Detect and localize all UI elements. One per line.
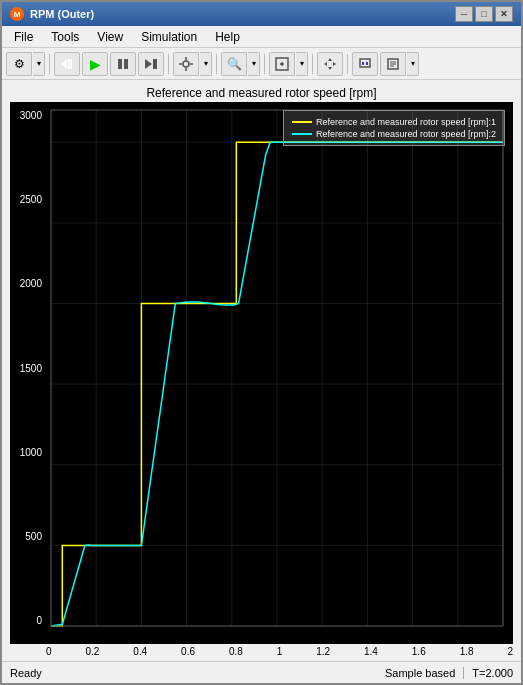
main-window: M RPM (Outer) ─ □ ✕ File Tools View Simu… bbox=[0, 0, 523, 685]
zoom-box-group: ▾ bbox=[269, 52, 308, 76]
chart-area: Reference and measured rotor speed [rpm]… bbox=[2, 80, 521, 661]
y-label-3000: 3000 bbox=[10, 110, 42, 121]
svg-rect-18 bbox=[360, 59, 370, 67]
x-label-0.8: 0.8 bbox=[229, 646, 243, 657]
menu-view[interactable]: View bbox=[89, 28, 131, 46]
ready-label: Ready bbox=[10, 667, 42, 679]
sep4 bbox=[264, 54, 265, 74]
svg-point-6 bbox=[183, 61, 189, 67]
menu-simulation[interactable]: Simulation bbox=[133, 28, 205, 46]
legend-label-1: Reference and measured rotor speed [rpm]… bbox=[316, 117, 496, 127]
chart-plot[interactable]: Reference and measured rotor speed [rpm]… bbox=[46, 102, 513, 644]
svg-marker-14 bbox=[328, 58, 332, 61]
export-button[interactable] bbox=[352, 52, 378, 76]
zoom-dropdown[interactable]: ▾ bbox=[248, 52, 260, 76]
y-label-0: 0 bbox=[10, 615, 42, 626]
settings-dropdown[interactable]: ▾ bbox=[33, 52, 45, 76]
x-label-1.4: 1.4 bbox=[364, 646, 378, 657]
chart-container[interactable]: 0 500 1000 1500 2000 2500 3000 Reference… bbox=[10, 102, 513, 644]
y-axis: 0 500 1000 1500 2000 2500 3000 bbox=[10, 102, 46, 644]
x-label-1.2: 1.2 bbox=[316, 646, 330, 657]
y-label-500: 500 bbox=[10, 531, 42, 542]
close-button[interactable]: ✕ bbox=[495, 6, 513, 22]
svg-rect-2 bbox=[118, 59, 122, 69]
svg-marker-15 bbox=[328, 67, 332, 70]
status-right: Sample based T=2.000 bbox=[385, 667, 513, 679]
x-axis: 0 0.2 0.4 0.6 0.8 1 1.2 1.4 1.6 1.8 2 bbox=[10, 644, 513, 657]
settings-button[interactable]: ⚙ bbox=[6, 52, 32, 76]
svg-rect-1 bbox=[68, 59, 72, 69]
menu-tools[interactable]: Tools bbox=[43, 28, 87, 46]
zoom-box-dropdown[interactable]: ▾ bbox=[296, 52, 308, 76]
props-button[interactable] bbox=[380, 52, 406, 76]
x-label-0.2: 0.2 bbox=[85, 646, 99, 657]
sep3 bbox=[216, 54, 217, 74]
zoom-group: 🔍 ▾ bbox=[221, 52, 260, 76]
x-label-0.6: 0.6 bbox=[181, 646, 195, 657]
legend-item-2: Reference and measured rotor speed [rpm]… bbox=[292, 129, 496, 139]
menu-help[interactable]: Help bbox=[207, 28, 248, 46]
legend-item-1: Reference and measured rotor speed [rpm]… bbox=[292, 117, 496, 127]
y-label-2000: 2000 bbox=[10, 278, 42, 289]
props-group: ▾ bbox=[380, 52, 419, 76]
play-button[interactable]: ▶ bbox=[82, 52, 108, 76]
props-dropdown[interactable]: ▾ bbox=[407, 52, 419, 76]
pause-button[interactable] bbox=[110, 52, 136, 76]
title-bar-left: M RPM (Outer) bbox=[10, 7, 94, 21]
legend: Reference and measured rotor speed [rpm]… bbox=[283, 110, 505, 146]
x-label-2: 2 bbox=[507, 646, 513, 657]
x-label-1: 1 bbox=[277, 646, 283, 657]
legend-label-2: Reference and measured rotor speed [rpm]… bbox=[316, 129, 496, 139]
maximize-button[interactable]: □ bbox=[475, 6, 493, 22]
title-controls: ─ □ ✕ bbox=[455, 6, 513, 22]
sim-settings-button[interactable] bbox=[173, 52, 199, 76]
svg-marker-4 bbox=[145, 59, 152, 69]
sample-based-label: Sample based bbox=[385, 667, 455, 679]
zoom-button[interactable]: 🔍 bbox=[221, 52, 247, 76]
svg-rect-5 bbox=[153, 59, 157, 69]
plot-canvas bbox=[46, 102, 513, 644]
sim-settings-dropdown[interactable]: ▾ bbox=[200, 52, 212, 76]
svg-rect-3 bbox=[124, 59, 128, 69]
chart-title: Reference and measured rotor speed [rpm] bbox=[10, 84, 513, 102]
sep2 bbox=[168, 54, 169, 74]
sep5 bbox=[312, 54, 313, 74]
sep1 bbox=[49, 54, 50, 74]
svg-marker-0 bbox=[61, 59, 67, 69]
x-label-0.4: 0.4 bbox=[133, 646, 147, 657]
settings-group: ⚙ ▾ bbox=[6, 52, 45, 76]
sim-settings-group: ▾ bbox=[173, 52, 212, 76]
svg-marker-16 bbox=[324, 62, 327, 66]
x-label-1.6: 1.6 bbox=[412, 646, 426, 657]
rewind-button[interactable] bbox=[54, 52, 80, 76]
y-label-1500: 1500 bbox=[10, 363, 42, 374]
window-title: RPM (Outer) bbox=[30, 8, 94, 20]
x-label-1.8: 1.8 bbox=[460, 646, 474, 657]
y-label-2500: 2500 bbox=[10, 194, 42, 205]
step-button[interactable] bbox=[138, 52, 164, 76]
x-label-0: 0 bbox=[46, 646, 52, 657]
menu-file[interactable]: File bbox=[6, 28, 41, 46]
time-label: T=2.000 bbox=[463, 667, 513, 679]
zoom-box-button[interactable] bbox=[269, 52, 295, 76]
menu-bar: File Tools View Simulation Help bbox=[2, 26, 521, 48]
title-bar: M RPM (Outer) ─ □ ✕ bbox=[2, 2, 521, 26]
window-icon: M bbox=[10, 7, 24, 21]
status-bar: Ready Sample based T=2.000 bbox=[2, 661, 521, 683]
y-label-1000: 1000 bbox=[10, 447, 42, 458]
svg-marker-17 bbox=[333, 62, 336, 66]
pan-button[interactable] bbox=[317, 52, 343, 76]
minimize-button[interactable]: ─ bbox=[455, 6, 473, 22]
toolbar: ⚙ ▾ ▶ ▾ 🔍 ▾ ▾ bbox=[2, 48, 521, 80]
sep6 bbox=[347, 54, 348, 74]
